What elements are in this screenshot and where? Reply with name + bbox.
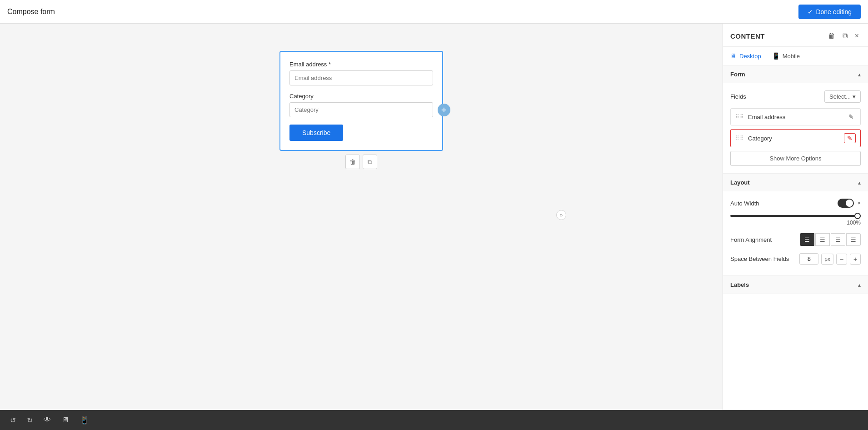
layout-section-title: Layout [730,179,750,186]
email-field-group: Email address * [289,61,433,85]
labels-section-title: Labels [730,281,749,288]
email-field-label: Email address * [289,61,433,68]
eye-icon: 👁 [44,416,51,424]
auto-width-label: Auto Width [730,200,759,207]
move-icon: ✛ [441,106,447,114]
fields-label: Fields [730,93,746,100]
form-section: Form ▴ Fields Select... ▾ ⠿⠿ Email addre… [723,65,868,174]
align-left-icon: ☰ [804,236,810,243]
space-input[interactable]: 8 [799,253,818,265]
done-editing-button[interactable]: ✓ Done editing [798,5,861,19]
auto-width-row: Auto Width × [730,199,861,208]
trash-icon: 🗑 [349,158,356,165]
collapse-panel-button[interactable]: » [556,210,566,220]
align-center-button[interactable]: ☰ [815,233,830,246]
email-input[interactable] [289,70,433,85]
email-field-item: ⠿⠿ Email address ✎ [730,108,861,125]
layout-section-chevron: ▴ [858,180,861,186]
undo-button[interactable]: ↺ [7,414,19,426]
desktop-toolbar-button[interactable]: 🖥 [59,414,72,426]
width-slider-value: 100% [730,220,861,226]
form-section-header[interactable]: Form ▴ [723,65,868,83]
delete-widget-button[interactable]: 🗑 [345,155,360,169]
mobile-icon: 📱 [772,52,780,60]
drag-handle[interactable]: ✛ [438,104,450,116]
panel-copy-button[interactable]: ⧉ [841,31,849,41]
panel-delete-button[interactable]: 🗑 [826,31,837,41]
show-more-options-button[interactable]: Show More Options [730,151,861,166]
desktop-icon: 🖥 [62,416,69,424]
main-layout: Email address * Category Subscribe ✛ [0,24,868,410]
trash-icon: 🗑 [828,32,835,40]
width-slider-track[interactable] [730,215,861,217]
category-field-label: Category [289,93,433,100]
labels-section-chevron: ▴ [858,282,861,288]
category-edit-button[interactable]: ✎ [844,133,856,143]
width-slider-thumb[interactable] [854,213,861,219]
bottom-toolbar: ↺ ↻ 👁 🖥 📱 [0,410,868,430]
align-left-button[interactable]: ☰ [800,233,814,246]
panel-close-button[interactable]: × [853,31,861,41]
drag-dots-icon[interactable]: ⠿⠿ [735,114,744,120]
chevron-right-icon: » [560,212,563,218]
subscribe-button[interactable]: Subscribe [289,125,343,141]
space-unit: px [821,254,833,265]
category-field-item-left: ⠿⠿ Category [735,135,772,142]
right-panel: CONTENT 🗑 ⧉ × 🖥 Desktop 📱 Mobi [723,24,868,410]
toggle-clear-icon[interactable]: × [858,200,861,206]
space-decrement-button[interactable]: − [836,254,847,265]
width-slider-row: 100% [730,215,861,226]
email-field-item-left: ⠿⠿ Email address [735,114,785,120]
mobile-toolbar-button[interactable]: 📱 [77,414,92,426]
form-alignment-label: Form Alignment [730,236,772,243]
copy-widget-button[interactable]: ⧉ [363,155,377,169]
form-section-chevron-up: ▴ [858,71,861,78]
topbar: Compose form ✓ Done editing [0,0,868,24]
category-input[interactable] [289,102,433,117]
email-edit-button[interactable]: ✎ [847,112,856,121]
panel-header: CONTENT 🗑 ⧉ × [723,24,868,47]
redo-button[interactable]: ↻ [24,414,35,426]
email-field-name: Email address [748,114,785,120]
form-widget[interactable]: Email address * Category Subscribe ✛ [279,51,443,151]
form-widget-wrapper: Email address * Category Subscribe ✛ [279,51,443,169]
align-justify-icon: ☰ [851,236,856,243]
layout-section: Layout ▴ Auto Width × [723,174,868,276]
labels-section: Labels ▴ [723,276,868,294]
fields-row: Fields Select... ▾ [730,90,861,103]
auto-width-toggle[interactable] [838,199,854,208]
category-field-name: Category [748,135,772,142]
auto-width-toggle-row: × [838,199,861,208]
form-section-body: Fields Select... ▾ ⠿⠿ Email address ✎ [723,83,868,173]
mobile-view-toggle[interactable]: 📱 Mobile [772,52,800,60]
form-section-title: Form [730,71,745,78]
chevron-down-icon: ▾ [853,93,856,100]
category-field-item: ⠿⠿ Category ✎ [730,129,861,147]
page-title: Compose form [7,8,55,16]
layout-section-body: Auto Width × 100% Form Alignm [723,191,868,275]
space-increment-button[interactable]: + [850,254,861,265]
form-alignment-row: Form Alignment ☰ ☰ ☰ ☰ [730,233,861,246]
labels-section-header[interactable]: Labels ▴ [723,276,868,294]
close-icon: × [855,32,859,40]
drag-dots-icon[interactable]: ⠿⠿ [735,135,744,141]
layout-section-header[interactable]: Layout ▴ [723,174,868,191]
panel-header-actions: 🗑 ⧉ × [826,31,861,41]
widget-actions: 🗑 ⧉ [279,155,443,169]
desktop-view-toggle[interactable]: 🖥 Desktop [730,52,761,60]
width-slider-fill [730,215,861,217]
align-right-button[interactable]: ☰ [831,233,845,246]
mobile-icon: 📱 [80,416,89,424]
preview-button[interactable]: 👁 [41,414,54,426]
fields-select[interactable]: Select... ▾ [824,90,861,103]
panel-title: CONTENT [730,32,765,40]
align-justify-button[interactable]: ☰ [846,233,861,246]
align-center-icon: ☰ [820,236,825,243]
check-icon: ✓ [808,8,813,15]
view-toggle: 🖥 Desktop 📱 Mobile [723,47,868,65]
align-right-icon: ☰ [835,236,841,243]
desktop-icon: 🖥 [730,52,737,60]
canvas-area: Email address * Category Subscribe ✛ [0,24,723,410]
space-control: 8 px − + [799,253,861,265]
space-between-row: Space Between Fields 8 px − + [730,253,861,265]
